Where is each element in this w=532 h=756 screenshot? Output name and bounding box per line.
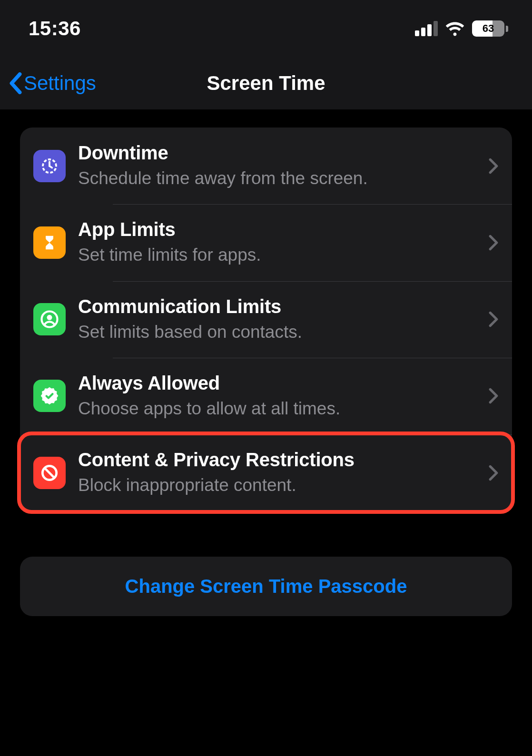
- chevron-right-icon: [488, 388, 499, 404]
- settings-row-always-allowed[interactable]: Always AllowedChoose apps to allow at al…: [20, 358, 512, 434]
- hourglass-icon: [33, 226, 66, 259]
- row-title: Downtime: [78, 142, 476, 164]
- row-title: App Limits: [78, 218, 476, 241]
- settings-row-communication-limits[interactable]: Communication LimitsSet limits based on …: [20, 281, 512, 358]
- page-title: Screen Time: [207, 72, 325, 95]
- row-subtitle: Schedule time away from the screen.: [78, 167, 476, 190]
- chevron-right-icon: [488, 158, 499, 174]
- row-text: App LimitsSet time limits for apps.: [78, 218, 476, 266]
- cellular-icon: [415, 21, 438, 36]
- status-bar: 15:36 63: [0, 0, 532, 57]
- back-label: Settings: [24, 72, 96, 95]
- passcode-section: Change Screen Time Passcode: [20, 557, 512, 616]
- row-subtitle: Choose apps to allow at all times.: [78, 397, 476, 420]
- row-subtitle: Set limits based on contacts.: [78, 321, 476, 344]
- person-circle-icon: [33, 303, 66, 335]
- settings-section: DowntimeSchedule time away from the scre…: [20, 128, 512, 511]
- settings-row-content-privacy-restrictions[interactable]: Content & Privacy RestrictionsBlock inap…: [20, 434, 512, 511]
- back-button[interactable]: Settings: [0, 72, 96, 95]
- row-title: Always Allowed: [78, 372, 476, 394]
- row-subtitle: Block inappropriate content.: [78, 474, 476, 497]
- chevron-left-icon: [9, 72, 22, 94]
- row-text: Content & Privacy RestrictionsBlock inap…: [78, 449, 476, 497]
- row-text: DowntimeSchedule time away from the scre…: [78, 142, 476, 190]
- row-title: Content & Privacy Restrictions: [78, 449, 476, 471]
- chevron-right-icon: [488, 311, 499, 327]
- check-badge-icon: [33, 380, 66, 412]
- settings-row-downtime[interactable]: DowntimeSchedule time away from the scre…: [20, 128, 512, 204]
- row-text: Communication LimitsSet limits based on …: [78, 295, 476, 344]
- row-title: Communication Limits: [78, 295, 476, 318]
- clock-icon: [33, 150, 66, 182]
- status-indicators: 63: [415, 18, 508, 39]
- status-time: 15:36: [29, 17, 81, 40]
- row-subtitle: Set time limits for apps.: [78, 244, 476, 266]
- no-sign-icon: [33, 457, 66, 489]
- chevron-right-icon: [488, 235, 499, 251]
- svg-point-2: [47, 315, 52, 320]
- battery-icon: 63: [472, 20, 508, 37]
- chevron-right-icon: [488, 465, 499, 481]
- row-text: Always AllowedChoose apps to allow at al…: [78, 372, 476, 420]
- change-passcode-button[interactable]: Change Screen Time Passcode: [20, 557, 512, 616]
- settings-row-app-limits[interactable]: App LimitsSet time limits for apps.: [20, 204, 512, 281]
- wifi-icon: [444, 18, 465, 39]
- navigation-bar: Settings Screen Time: [0, 57, 532, 109]
